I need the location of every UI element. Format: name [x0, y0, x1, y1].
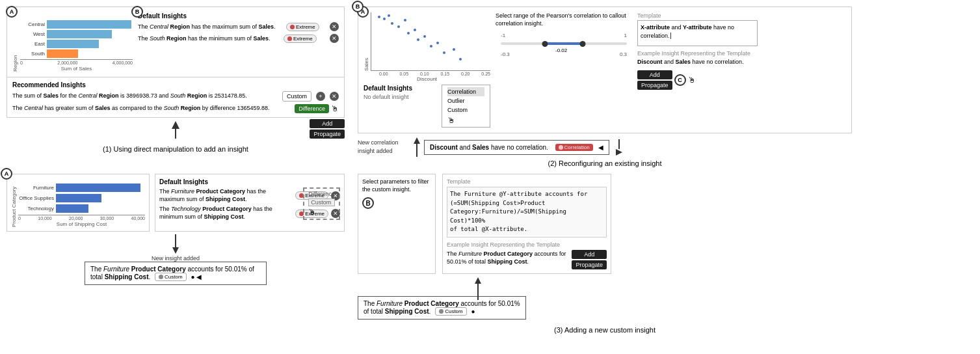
- custom-dot-3: [159, 275, 163, 279]
- slider-min: -1: [501, 33, 505, 38]
- y-axis-label-3: Product Category: [11, 184, 17, 227]
- slider-thumb-left[interactable]: [542, 41, 548, 47]
- badge-extreme-2: Extreme: [284, 34, 317, 43]
- new-insight-label-s2: New correlationinsight added: [358, 139, 410, 155]
- insights-panel-3: Default Insights The Furniture Product C…: [155, 174, 345, 232]
- slider-current-val: -0.02: [555, 48, 567, 53]
- insight-row-1: The Central Region has the maximum sum o…: [138, 22, 339, 31]
- template-panel-4: Template The Furniture @Y-attribute acco…: [442, 174, 611, 274]
- template-formula[interactable]: The Furniture @Y-attribute accounts for(…: [447, 187, 607, 238]
- slider-thumb-right[interactable]: [580, 41, 586, 47]
- x-axis-label-1: Sum of Sales: [20, 66, 133, 72]
- btn-propagate-s2[interactable]: Propagate: [637, 81, 672, 90]
- dot8: [414, 29, 416, 31]
- x-axis-label-3: Sum of Shipping Cost: [18, 221, 145, 227]
- slider-track[interactable]: -0.02: [501, 42, 627, 45]
- circle-a-1: A: [6, 6, 18, 18]
- menu-item-correlation[interactable]: Correlation: [447, 87, 484, 96]
- s2-right: Template X-attribute and Y-attribute hav…: [637, 12, 758, 128]
- menu-item-outlier[interactable]: Outlier: [447, 96, 484, 105]
- btn-add-s2[interactable]: Add: [637, 70, 672, 79]
- new-insight-label-3: New insight added: [152, 255, 200, 262]
- x-tick-0: 0: [20, 61, 23, 65]
- btn-propagate-4[interactable]: Propagate: [572, 260, 607, 269]
- rec-row-2: The Central has greater sum of Sales as …: [12, 104, 339, 113]
- dot5: [397, 25, 400, 28]
- cursor-icon-1: 🖱: [331, 104, 339, 113]
- chart-area-1: A Region Central West: [12, 12, 133, 72]
- option-difference[interactable]: Difference: [308, 191, 335, 197]
- x-tick-1: 2,000,000: [57, 61, 77, 65]
- btn-propagate-1[interactable]: Propagate: [310, 129, 345, 139]
- slider-right-val: 0.3: [620, 51, 627, 57]
- remove-btn-r1[interactable]: ✕: [330, 92, 339, 101]
- circle-b-2: B: [352, 1, 364, 12]
- circle-a-3: A: [1, 168, 12, 180]
- indicator-arrow: ◀: [598, 144, 603, 151]
- close-btn-1[interactable]: ✕: [330, 22, 339, 31]
- btn-difference[interactable]: Difference: [295, 104, 329, 113]
- new-insight-area-s2: New correlationinsight added Discount an…: [358, 137, 852, 157]
- chart-area-3: A Product Category Furniture Office Supp…: [7, 174, 150, 232]
- params-label: Select parameters to filter the custom i…: [362, 178, 431, 193]
- y-axis-label-1: Region: [12, 20, 18, 72]
- badge-text-2: Extreme: [293, 36, 313, 42]
- insight-text-3-2: The Technology Product Category has the …: [159, 206, 293, 221]
- arrow-up-1: [172, 121, 179, 139]
- example-label-4: Example Insight Representing the Templat…: [447, 241, 607, 248]
- dot15: [459, 58, 462, 61]
- new-insight-bubble-s2: Discount and Sales have no correlation. …: [424, 140, 609, 155]
- section2-inner: A Sales 80,000 60,000 40,000 20,000: [358, 7, 852, 133]
- scatter-chart: 80,000 60,000 40,000 20,000: [371, 12, 490, 71]
- bar-label-east: East: [20, 41, 45, 47]
- insights-title-1: Default Insights: [138, 12, 339, 20]
- menu-item-custom[interactable]: Custom: [447, 105, 484, 115]
- rec-row-1: The sum of Sales for the Central Region …: [12, 91, 339, 102]
- close-btn-2[interactable]: ✕: [330, 34, 339, 43]
- badge-dot-s2: [559, 145, 563, 150]
- dot14: [453, 48, 455, 51]
- circle-b-4: B: [362, 197, 374, 209]
- rec-title: Recommended Insights: [12, 81, 339, 88]
- add-propagate-btns-s2: Add Propagate: [637, 70, 672, 90]
- example-label-s2: Example Insight Representing the Templat…: [637, 50, 758, 57]
- option-custom[interactable]: Custom: [308, 198, 335, 206]
- params-panel: Select parameters to filter the custom i…: [358, 174, 436, 274]
- slider-container: -1 1 -0.02 -0.3 0.3: [501, 33, 627, 57]
- arrow-line-3: [175, 234, 176, 247]
- btn-add-4[interactable]: Add: [572, 250, 607, 259]
- dot4: [391, 22, 393, 25]
- dashed-options: Difference Custom 🖱: [303, 187, 340, 220]
- insights-panel-1: B Default Insights The Central Region ha…: [138, 12, 339, 72]
- btn-add-1[interactable]: Add: [310, 119, 345, 128]
- btn-custom-1[interactable]: Custom: [282, 91, 311, 102]
- badge-dot-1: [290, 25, 295, 29]
- template-strong1: X-attribute: [641, 24, 670, 31]
- dot1: [378, 16, 380, 18]
- bar-label-central: Central: [20, 21, 45, 27]
- cursor-caret: [670, 33, 673, 39]
- no-default: No default insight: [364, 94, 438, 100]
- custom-text-4: Custom: [445, 308, 463, 314]
- slider-end-labels: -1 1: [501, 33, 627, 38]
- dot2: [383, 18, 386, 20]
- section2-caption: (2) Reconfiguring an existing insight: [358, 159, 852, 167]
- bar-office: [56, 194, 101, 202]
- rec-text-1: The sum of Sales for the Central Region …: [12, 92, 279, 100]
- menu-cursor: 🖱: [447, 116, 455, 125]
- slider-left-val: -0.3: [501, 51, 510, 57]
- dot12: [436, 42, 439, 44]
- correlation-badge: Correlation: [555, 144, 593, 151]
- badge-extreme-1: Extreme: [286, 23, 319, 31]
- bar-label-office: Office Supplies: [18, 195, 54, 201]
- s2-left: A Sales 80,000 60,000 40,000 20,000: [364, 12, 490, 128]
- section4-inner: Select parameters to filter the custom i…: [358, 174, 852, 274]
- section4: Select parameters to filter the custom i…: [358, 174, 852, 334]
- bar-label-south: South: [20, 51, 45, 57]
- template-strong2: Y-attribute: [683, 24, 712, 31]
- circle-b-1: B: [131, 6, 143, 18]
- section2: A Sales 80,000 60,000 40,000 20,000: [358, 7, 852, 167]
- arrow-down-3: [172, 247, 179, 254]
- bar-tech: [56, 204, 88, 213]
- close-btn-r1[interactable]: +: [316, 92, 325, 101]
